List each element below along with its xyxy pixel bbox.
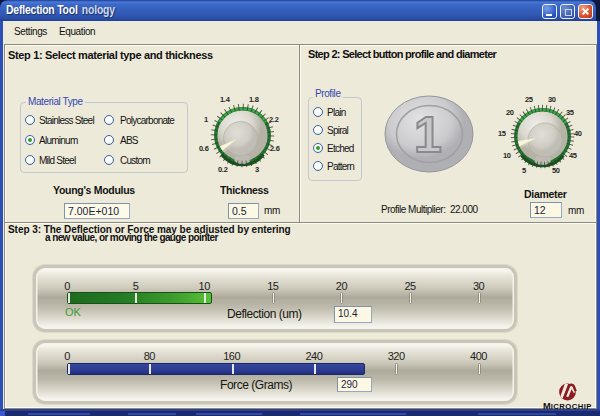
svg-text:1: 1 xyxy=(414,107,442,163)
